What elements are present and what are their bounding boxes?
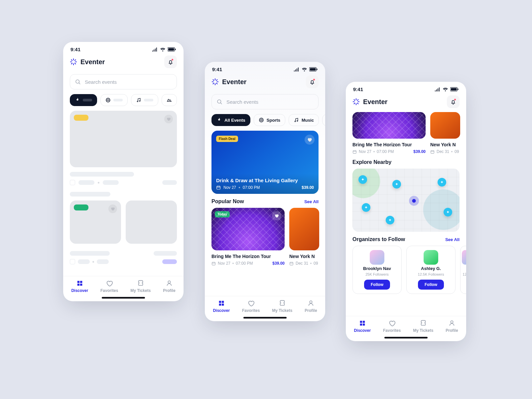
organizer-list: Brooklyn Nav 25K Followers Follow Ashley… — [346, 246, 466, 294]
event-card[interactable]: New York N Dec 3109 — [289, 208, 319, 266]
chip-more[interactable] — [322, 114, 325, 126]
chip-sports-ghost[interactable] — [100, 94, 128, 106]
tab-profile[interactable]: Profile — [305, 300, 317, 313]
organizer-card[interactable]: Ashley G. 12.5K Followers Follow — [406, 246, 456, 294]
event-card[interactable]: Today Bring Me The Horizon Tour Nov 2707… — [211, 208, 285, 266]
event-card-skeleton[interactable] — [70, 111, 177, 167]
notifications-button[interactable] — [447, 95, 460, 108]
avatar — [462, 250, 466, 265]
svg-point-3 — [76, 80, 79, 83]
section-title-skeleton — [70, 192, 110, 197]
tab-bar: Discover Favorites My Tickets Profile — [63, 276, 184, 294]
tab-profile[interactable]: Profile — [163, 280, 175, 293]
calendar-icon — [430, 150, 435, 154]
svg-rect-14 — [451, 88, 457, 90]
logo-icon — [352, 98, 360, 105]
follow-button[interactable]: Follow — [364, 280, 390, 290]
notifications-button[interactable] — [306, 75, 319, 88]
app-name: Eventer — [363, 98, 387, 106]
featured-event-card[interactable]: Flash Deal Drink & Draw at The Living Ga… — [211, 131, 319, 194]
chip-sports[interactable]: Sports — [254, 114, 285, 126]
fire-icon — [216, 117, 222, 123]
search-input[interactable] — [211, 94, 319, 109]
chip-all-ghost[interactable] — [70, 94, 97, 106]
favorite-button[interactable] — [305, 135, 315, 145]
search-field[interactable] — [226, 99, 314, 105]
event-card-skeleton[interactable] — [126, 200, 177, 244]
event-meta: Dec 3109 — [430, 149, 460, 154]
today-badge: Today — [215, 211, 230, 217]
chip-more-ghost[interactable] — [162, 94, 177, 106]
status-icons — [152, 47, 176, 52]
title-skeleton — [70, 172, 134, 177]
organizer-card[interactable]: Brooklyn Nav 25K Followers Follow — [352, 246, 402, 294]
event-thumb: Today — [211, 208, 285, 250]
event-card[interactable]: Bring Me The Horizon Tour Nov 2707:00 PM… — [352, 112, 426, 154]
map-pin[interactable]: ✦ — [392, 180, 401, 189]
chip-music[interactable]: Music — [289, 114, 319, 126]
favorite-button[interactable] — [164, 115, 173, 123]
svg-rect-1 — [168, 48, 174, 51]
event-title: New York N — [430, 142, 460, 147]
calendar-icon — [352, 150, 357, 154]
avatar — [424, 250, 438, 265]
cellular-icon — [152, 48, 158, 52]
wifi-icon — [160, 48, 166, 52]
feature-price: $39.00 — [302, 185, 314, 190]
music-icon — [294, 117, 299, 123]
fire-icon — [75, 97, 80, 103]
tab-bar: Discover Favorites My Tickets Profile — [205, 296, 325, 314]
status-icons — [435, 87, 459, 91]
map-pin[interactable]: ✦ — [358, 175, 367, 184]
follow-button[interactable]: Follow — [418, 280, 444, 290]
see-all-link[interactable]: See All — [304, 199, 319, 204]
search-input[interactable] — [70, 74, 177, 89]
event-card-skeleton[interactable] — [70, 200, 121, 244]
home-indicator — [384, 337, 428, 338]
organizer-card[interactable]: 12. — [460, 246, 466, 294]
favorite-button[interactable] — [108, 204, 117, 213]
search-icon — [75, 79, 81, 85]
category-chips — [63, 94, 184, 111]
tab-tickets[interactable]: My Tickets — [413, 320, 433, 333]
status-time: 9:41 — [353, 86, 363, 92]
flash-deal-badge: Flash Deal — [216, 136, 238, 142]
notifications-button[interactable] — [164, 56, 177, 68]
organizer-followers: 25K Followers — [365, 272, 389, 276]
tab-discover[interactable]: Discover — [213, 300, 230, 313]
wifi-icon — [302, 67, 307, 71]
status-bar: 9:41 — [346, 82, 466, 94]
favorite-button[interactable] — [272, 211, 281, 220]
chip-music-ghost[interactable] — [131, 94, 158, 106]
tab-favorites[interactable]: Favorites — [383, 320, 401, 333]
tab-tickets[interactable]: My Tickets — [130, 280, 151, 293]
svg-rect-12 — [290, 262, 293, 265]
map-pin[interactable]: ✦ — [386, 216, 394, 224]
event-title: Bring Me The Horizon Tour — [211, 254, 285, 259]
map-pin[interactable]: ✦ — [362, 203, 370, 212]
badge-skeleton — [74, 115, 88, 121]
brand: Eventer — [211, 78, 246, 86]
event-card[interactable]: New York N Dec 3109 — [430, 112, 460, 154]
svg-rect-6 — [310, 68, 316, 70]
chip-all[interactable]: All Events — [211, 114, 250, 126]
title-skeleton-row — [70, 251, 177, 256]
popular-list: Bring Me The Horizon Tour Nov 2707:00 PM… — [346, 112, 466, 154]
event-meta: Nov 2707:00 PM $39.00 — [352, 149, 426, 154]
tab-discover[interactable]: Discover — [354, 320, 371, 333]
avatar — [370, 250, 384, 265]
battery-icon — [450, 87, 459, 91]
tab-favorites[interactable]: Favorites — [242, 300, 260, 313]
map-pin[interactable]: ✦ — [444, 208, 452, 216]
tab-profile[interactable]: Profile — [446, 320, 458, 333]
map-pin[interactable]: ✦ — [438, 178, 446, 187]
tab-favorites[interactable]: Favorites — [100, 280, 118, 293]
category-chips: All Events Sports Music — [205, 114, 325, 131]
explore-map[interactable]: ✦ ✦ ✦ ✦ ✦ ✦ — [352, 169, 460, 232]
tab-tickets[interactable]: My Tickets — [272, 300, 292, 313]
tab-discover[interactable]: Discover — [71, 280, 88, 293]
theatre-icon — [167, 97, 172, 103]
search-field[interactable] — [84, 79, 172, 85]
home-indicator — [102, 297, 145, 299]
see-all-link[interactable]: See All — [445, 237, 460, 242]
